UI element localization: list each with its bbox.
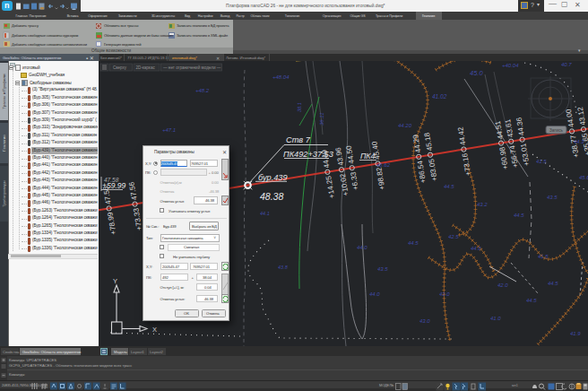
svg-text:Трубопроводы: Трубопроводы (2, 180, 6, 207)
svg-text:44.5: 44.5 (514, 213, 524, 218)
svg-text:43.5: 43.5 (377, 266, 388, 272)
svg-text:43.8: 43.8 (278, 265, 289, 270)
svg-text:44.0: 44.0 (357, 245, 368, 250)
svg-text:41.0: 41.0 (490, 316, 501, 321)
svg-text:41.02: 41.02 (432, 93, 447, 100)
svg-text:43.0: 43.0 (419, 318, 430, 324)
svg-text:45.62: 45.62 (376, 162, 391, 168)
svg-text:48.38: 48.38 (260, 191, 283, 202)
svg-text:41.5: 41.5 (536, 159, 547, 164)
svg-text:45.0: 45.0 (470, 69, 483, 77)
svg-text:— нет ограничений модели —: — нет ограничений модели — (163, 65, 221, 70)
svg-text:45.6: 45.6 (579, 175, 588, 180)
svg-text:+48.04: +48.04 (272, 74, 290, 80)
svg-text:44.0: 44.0 (471, 246, 481, 251)
svg-text:Запись: Запись (549, 128, 563, 133)
svg-text:Y: Y (113, 277, 117, 285)
svg-text:+48.2: +48.2 (195, 88, 210, 93)
svg-text:+47.1: +47.1 (162, 127, 176, 133)
svg-text:44.5: 44.5 (548, 281, 558, 286)
svg-text:36.11: 36.11 (319, 112, 324, 126)
svg-text:44.5: 44.5 (408, 240, 419, 246)
svg-text:41.5: 41.5 (538, 254, 549, 259)
svg-text:44.5: 44.5 (444, 184, 454, 189)
svg-text:2D-каркас: 2D-каркас (136, 65, 156, 70)
svg-text:41.9: 41.9 (570, 331, 581, 336)
svg-text:40.7: 40.7 (561, 62, 572, 67)
svg-text:+40.04: +40.04 (502, 63, 519, 68)
svg-text:47.58: 47.58 (104, 177, 119, 183)
svg-text:44.20: 44.20 (398, 123, 412, 128)
svg-text:Геология: Геология (2, 135, 6, 152)
svg-text:ПК492+37.53: ПК492+37.53 (283, 150, 334, 159)
svg-text:Ств 7: Ств 7 (286, 135, 311, 144)
svg-text:44.5: 44.5 (526, 298, 537, 303)
svg-text:42.5: 42.5 (448, 234, 459, 239)
svg-text:ПК4: ПК4 (360, 152, 376, 161)
svg-text:44.1: 44.1 (260, 211, 270, 216)
svg-text:38.1: 38.1 (297, 102, 302, 112)
svg-text:44.0: 44.0 (369, 291, 380, 297)
svg-text:43.2: 43.2 (477, 202, 488, 207)
svg-text:43.5: 43.5 (547, 195, 558, 200)
svg-text:43.0: 43.0 (439, 291, 450, 297)
svg-text:42.0: 42.0 (497, 282, 508, 288)
svg-text:Трассы и Профили: Трассы и Профили (2, 74, 6, 109)
svg-text:X: X (152, 326, 157, 334)
svg-text:Сверху: Сверху (113, 65, 127, 70)
svg-text:бур.439: бур.439 (258, 173, 288, 182)
svg-text:44.3: 44.3 (574, 139, 584, 144)
